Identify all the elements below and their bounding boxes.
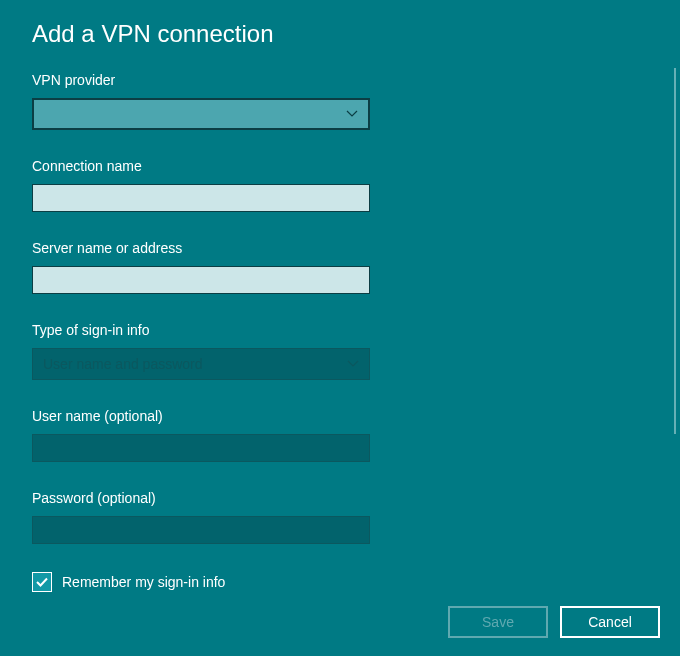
scrollbar[interactable] — [674, 68, 676, 434]
password-label: Password (optional) — [32, 490, 648, 506]
connection-name-input[interactable] — [32, 184, 370, 212]
dialog-title: Add a VPN connection — [32, 20, 648, 48]
username-input[interactable] — [32, 434, 370, 462]
signin-type-group: Type of sign-in info User name and passw… — [32, 322, 648, 380]
vpn-provider-select[interactable] — [32, 98, 370, 130]
save-button[interactable]: Save — [448, 606, 548, 638]
connection-name-label: Connection name — [32, 158, 648, 174]
remember-signin-row: Remember my sign-in info — [32, 572, 648, 592]
server-name-group: Server name or address — [32, 240, 648, 294]
password-group: Password (optional) — [32, 490, 648, 544]
vpn-provider-group: VPN provider — [32, 72, 648, 130]
server-name-label: Server name or address — [32, 240, 648, 256]
signin-type-label: Type of sign-in info — [32, 322, 648, 338]
username-group: User name (optional) — [32, 408, 648, 462]
connection-name-group: Connection name — [32, 158, 648, 212]
vpn-provider-label: VPN provider — [32, 72, 648, 88]
signin-type-select[interactable]: User name and password — [32, 348, 370, 380]
signin-type-value: User name and password — [43, 356, 203, 372]
cancel-button[interactable]: Cancel — [560, 606, 660, 638]
server-name-input[interactable] — [32, 266, 370, 294]
dialog-buttons: Save Cancel — [448, 606, 660, 638]
chevron-down-icon — [346, 110, 358, 118]
password-input[interactable] — [32, 516, 370, 544]
remember-signin-label: Remember my sign-in info — [62, 574, 225, 590]
chevron-down-icon — [347, 360, 359, 368]
username-label: User name (optional) — [32, 408, 648, 424]
remember-signin-checkbox[interactable] — [32, 572, 52, 592]
vpn-dialog: Add a VPN connection VPN provider Connec… — [0, 0, 680, 656]
